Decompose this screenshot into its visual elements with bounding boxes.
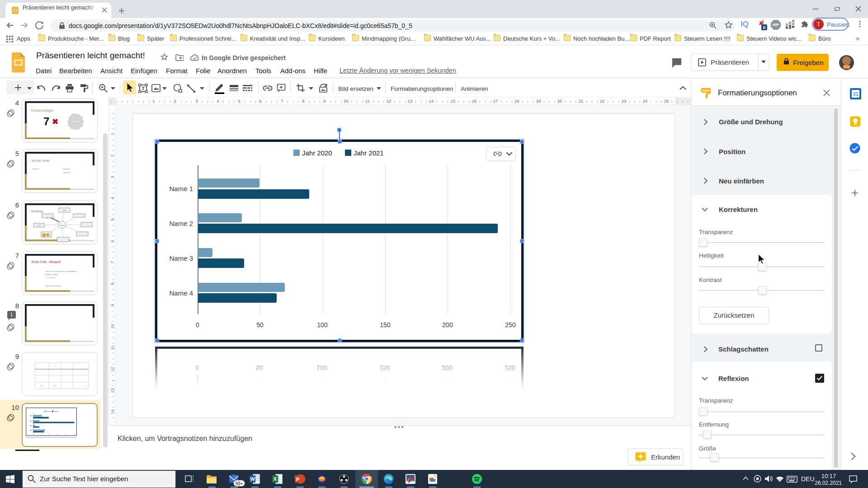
svg-text:Todoist: Todoist	[60, 225, 65, 226]
svg-text:W: W	[250, 476, 255, 482]
svg-text:X: X	[274, 476, 277, 482]
svg-text:right: right	[63, 210, 66, 211]
svg-text:?: ?	[85, 365, 85, 367]
svg-text:B: B	[54, 365, 55, 367]
svg-text:4-30: 4-30	[40, 385, 43, 387]
svg-text:31: 31	[853, 91, 858, 97]
svg-text:T: T	[142, 86, 145, 91]
svg-text:I heul: I heul	[37, 225, 41, 226]
svg-text:4: 4	[85, 385, 85, 387]
svg-text:Was: Was	[53, 385, 57, 387]
svg-text:P: P	[296, 477, 299, 482]
svg-text:0: 0	[763, 25, 765, 30]
svg-text:Irgendwas: Irgendwas	[72, 121, 80, 122]
svg-text:~: ~	[41, 365, 42, 367]
